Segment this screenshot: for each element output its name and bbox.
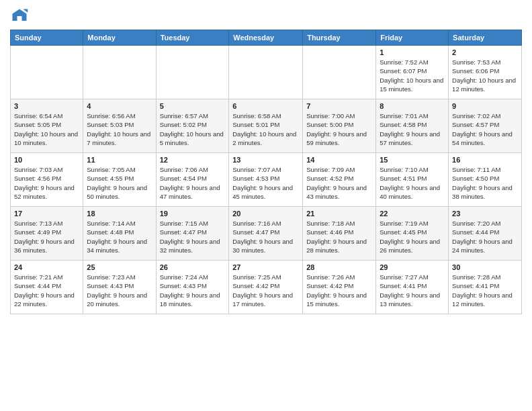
calendar-cell: 21Sunrise: 7:18 AM Sunset: 4:46 PM Dayli… (303, 207, 376, 261)
calendar-cell: 3Sunrise: 6:54 AM Sunset: 5:05 PM Daylig… (11, 99, 83, 153)
logo (10, 7, 32, 26)
day-info: Sunrise: 7:27 AM Sunset: 4:41 PM Dayligh… (380, 273, 445, 308)
calendar-cell (156, 46, 229, 99)
calendar-cell: 20Sunrise: 7:16 AM Sunset: 4:47 PM Dayli… (229, 207, 303, 261)
day-number: 16 (452, 156, 518, 164)
page: SundayMondayTuesdayWednesdayThursdayFrid… (0, 0, 532, 411)
day-number: 30 (452, 263, 518, 271)
calendar-cell: 30Sunrise: 7:28 AM Sunset: 4:41 PM Dayli… (449, 261, 522, 314)
day-info: Sunrise: 7:21 AM Sunset: 4:44 PM Dayligh… (14, 273, 79, 308)
day-number: 2 (452, 48, 518, 56)
calendar-cell: 11Sunrise: 7:05 AM Sunset: 4:55 PM Dayli… (83, 153, 156, 207)
weekday-header-tuesday: Tuesday (156, 30, 229, 46)
day-number: 1 (380, 48, 445, 56)
day-info: Sunrise: 7:02 AM Sunset: 4:57 PM Dayligh… (452, 111, 518, 147)
calendar-cell (303, 46, 376, 99)
calendar-cell: 13Sunrise: 7:07 AM Sunset: 4:53 PM Dayli… (229, 153, 303, 207)
weekday-header-sunday: Sunday (11, 30, 83, 46)
day-info: Sunrise: 7:10 AM Sunset: 4:51 PM Dayligh… (380, 165, 445, 201)
day-info: Sunrise: 7:13 AM Sunset: 4:49 PM Dayligh… (14, 219, 79, 255)
day-number: 17 (14, 210, 79, 218)
day-info: Sunrise: 7:28 AM Sunset: 4:41 PM Dayligh… (452, 273, 518, 308)
day-info: Sunrise: 7:09 AM Sunset: 4:52 PM Dayligh… (306, 165, 372, 201)
day-number: 15 (380, 156, 445, 164)
calendar-cell: 4Sunrise: 6:56 AM Sunset: 5:03 PM Daylig… (83, 99, 156, 153)
weekday-header-thursday: Thursday (303, 30, 376, 46)
day-number: 28 (306, 263, 372, 271)
day-info: Sunrise: 7:11 AM Sunset: 4:50 PM Dayligh… (452, 165, 518, 201)
day-number: 7 (306, 102, 372, 110)
day-number: 20 (232, 210, 299, 218)
calendar-cell: 24Sunrise: 7:21 AM Sunset: 4:44 PM Dayli… (11, 261, 83, 314)
day-info: Sunrise: 7:06 AM Sunset: 4:54 PM Dayligh… (160, 165, 226, 201)
day-number: 29 (380, 263, 445, 271)
calendar-cell: 9Sunrise: 7:02 AM Sunset: 4:57 PM Daylig… (449, 99, 522, 153)
day-info: Sunrise: 7:16 AM Sunset: 4:47 PM Dayligh… (232, 219, 299, 255)
day-info: Sunrise: 6:57 AM Sunset: 5:02 PM Dayligh… (160, 111, 226, 147)
svg-marker-0 (13, 9, 27, 21)
day-info: Sunrise: 6:56 AM Sunset: 5:03 PM Dayligh… (87, 111, 152, 147)
calendar-cell: 6Sunrise: 6:58 AM Sunset: 5:01 PM Daylig… (229, 99, 303, 153)
day-info: Sunrise: 7:25 AM Sunset: 4:42 PM Dayligh… (232, 273, 299, 308)
calendar: SundayMondayTuesdayWednesdayThursdayFrid… (10, 30, 522, 314)
day-info: Sunrise: 7:03 AM Sunset: 4:56 PM Dayligh… (14, 165, 79, 201)
weekday-header-wednesday: Wednesday (229, 30, 303, 46)
day-number: 13 (232, 156, 299, 164)
calendar-cell: 29Sunrise: 7:27 AM Sunset: 4:41 PM Dayli… (376, 261, 449, 314)
day-number: 5 (160, 102, 226, 110)
calendar-cell: 23Sunrise: 7:20 AM Sunset: 4:44 PM Dayli… (449, 207, 522, 261)
day-number: 10 (14, 156, 79, 164)
day-number: 4 (87, 102, 152, 110)
day-number: 22 (380, 210, 445, 218)
calendar-cell: 12Sunrise: 7:06 AM Sunset: 4:54 PM Dayli… (156, 153, 229, 207)
day-info: Sunrise: 6:58 AM Sunset: 5:01 PM Dayligh… (232, 111, 299, 147)
day-number: 25 (87, 263, 152, 271)
day-number: 21 (306, 210, 372, 218)
weekday-header-friday: Friday (376, 30, 449, 46)
calendar-cell: 7Sunrise: 7:00 AM Sunset: 5:00 PM Daylig… (303, 99, 376, 153)
logo-icon (10, 7, 29, 26)
day-info: Sunrise: 7:23 AM Sunset: 4:43 PM Dayligh… (87, 273, 152, 308)
day-number: 3 (14, 102, 79, 110)
calendar-cell: 1Sunrise: 7:52 AM Sunset: 6:07 PM Daylig… (376, 46, 449, 99)
day-info: Sunrise: 7:24 AM Sunset: 4:43 PM Dayligh… (160, 273, 226, 308)
week-row-0: 1Sunrise: 7:52 AM Sunset: 6:07 PM Daylig… (11, 46, 522, 99)
day-info: Sunrise: 7:14 AM Sunset: 4:48 PM Dayligh… (87, 219, 152, 255)
day-info: Sunrise: 7:53 AM Sunset: 6:06 PM Dayligh… (452, 58, 518, 93)
day-number: 26 (160, 263, 226, 271)
day-info: Sunrise: 7:01 AM Sunset: 4:58 PM Dayligh… (380, 111, 445, 147)
calendar-cell: 17Sunrise: 7:13 AM Sunset: 4:49 PM Dayli… (11, 207, 83, 261)
calendar-cell: 27Sunrise: 7:25 AM Sunset: 4:42 PM Dayli… (229, 261, 303, 314)
week-row-1: 3Sunrise: 6:54 AM Sunset: 5:05 PM Daylig… (11, 99, 522, 153)
day-number: 12 (160, 156, 226, 164)
day-info: Sunrise: 7:18 AM Sunset: 4:46 PM Dayligh… (306, 219, 372, 255)
week-row-4: 24Sunrise: 7:21 AM Sunset: 4:44 PM Dayli… (11, 261, 522, 314)
day-info: Sunrise: 7:20 AM Sunset: 4:44 PM Dayligh… (452, 219, 518, 255)
day-number: 8 (380, 102, 445, 110)
weekday-header-row: SundayMondayTuesdayWednesdayThursdayFrid… (11, 30, 522, 46)
calendar-cell: 16Sunrise: 7:11 AM Sunset: 4:50 PM Dayli… (449, 153, 522, 207)
weekday-header-monday: Monday (83, 30, 156, 46)
calendar-cell: 19Sunrise: 7:15 AM Sunset: 4:47 PM Dayli… (156, 207, 229, 261)
day-number: 24 (14, 263, 79, 271)
day-number: 11 (87, 156, 152, 164)
day-info: Sunrise: 7:07 AM Sunset: 4:53 PM Dayligh… (232, 165, 299, 201)
day-info: Sunrise: 7:05 AM Sunset: 4:55 PM Dayligh… (87, 165, 152, 201)
calendar-cell: 2Sunrise: 7:53 AM Sunset: 6:06 PM Daylig… (449, 46, 522, 99)
week-row-2: 10Sunrise: 7:03 AM Sunset: 4:56 PM Dayli… (11, 153, 522, 207)
week-row-3: 17Sunrise: 7:13 AM Sunset: 4:49 PM Dayli… (11, 207, 522, 261)
calendar-cell: 22Sunrise: 7:19 AM Sunset: 4:45 PM Dayli… (376, 207, 449, 261)
day-info: Sunrise: 6:54 AM Sunset: 5:05 PM Dayligh… (14, 111, 79, 147)
calendar-cell: 8Sunrise: 7:01 AM Sunset: 4:58 PM Daylig… (376, 99, 449, 153)
calendar-cell (229, 46, 303, 99)
day-number: 9 (452, 102, 518, 110)
calendar-cell (11, 46, 83, 99)
calendar-cell: 5Sunrise: 6:57 AM Sunset: 5:02 PM Daylig… (156, 99, 229, 153)
calendar-cell: 10Sunrise: 7:03 AM Sunset: 4:56 PM Dayli… (11, 153, 83, 207)
calendar-cell: 14Sunrise: 7:09 AM Sunset: 4:52 PM Dayli… (303, 153, 376, 207)
day-info: Sunrise: 7:19 AM Sunset: 4:45 PM Dayligh… (380, 219, 445, 255)
day-number: 14 (306, 156, 372, 164)
calendar-cell (83, 46, 156, 99)
day-number: 19 (160, 210, 226, 218)
header (10, 7, 522, 26)
